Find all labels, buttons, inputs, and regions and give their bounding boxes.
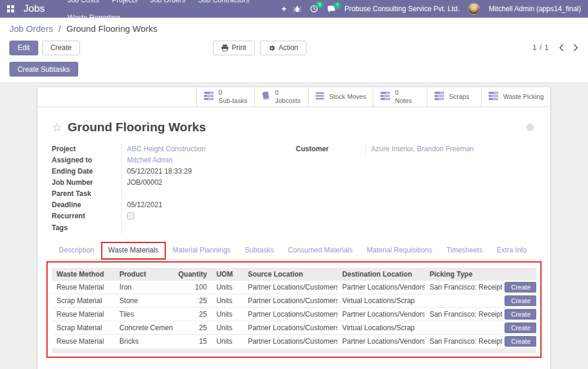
user-avatar[interactable] (468, 3, 480, 15)
nav-item-sub-contractors[interactable]: Sub Contractors (192, 0, 256, 9)
cell-source: Partner Locations/Customers (243, 308, 338, 321)
annotation-box-table: Waste MethodProductQuantityUOMSource Loc… (46, 261, 542, 358)
breadcrumb-current: Ground Flooring Works (66, 24, 158, 34)
record-title: Ground Flooring Works (68, 120, 206, 134)
cell-picking-type: San Francisco: Receipts (425, 335, 502, 348)
field-value-customer[interactable]: Azure Interior, Brandon Freeman (365, 144, 536, 155)
cell-source: Partner Locations/Customers (243, 321, 338, 335)
bars-icon (203, 91, 214, 102)
cell-destination: Partner Locations/Vendors (338, 335, 425, 348)
field-value-assigned-to[interactable]: Mitchell Admin (121, 155, 294, 166)
debug-bug-icon[interactable] (293, 5, 301, 13)
column-header-waste-method[interactable]: Waste Method (52, 268, 115, 281)
table-row[interactable]: Scrap MaterialConcrete Cement25UnitsPart… (52, 321, 536, 335)
field-row-assigned-to: Assigned toMitchell Admin (52, 155, 294, 166)
field-value-tags (121, 222, 294, 234)
nav-item-job-costs[interactable]: Job Costs (61, 0, 105, 9)
cell-source: Partner Locations/Customers (243, 281, 338, 294)
pager-next-button[interactable] (573, 44, 579, 51)
pager: 1 / 1 (533, 44, 579, 52)
messages-chat-icon[interactable]: 7 (327, 5, 336, 13)
tab-extra-info[interactable]: Extra Info (490, 242, 534, 260)
pager-previous-button[interactable] (559, 44, 564, 51)
tab-material-plannings[interactable]: Material Plannings (166, 242, 238, 260)
cell-action: Create (502, 321, 536, 335)
tab-waste-materials[interactable]: Waste Materials (101, 242, 166, 260)
plus-menu-button[interactable]: + (275, 4, 293, 14)
row-create-button[interactable]: Create (505, 295, 536, 306)
row-create-button[interactable]: Create (505, 282, 536, 292)
apps-menu-icon[interactable] (7, 5, 14, 12)
table-row[interactable]: Reuse MaterialBricks15UnitsPartner Locat… (52, 335, 536, 348)
cell-destination: Virtual Locations/Scrap (338, 294, 425, 308)
stat-button-jobcosts[interactable]: 0Jobcosts (254, 87, 308, 107)
nav-item-projects[interactable]: Projects (105, 0, 143, 9)
breadcrumb-parent-link[interactable]: Job Orders (9, 24, 53, 34)
stat-button-stock-moves[interactable]: Stock Moves (308, 87, 373, 107)
stat-button-waste-picking[interactable]: Waste Picking (481, 87, 550, 107)
field-label: Job Number (52, 177, 121, 188)
field-label: Tags (52, 222, 121, 234)
cell-uom: Units (212, 294, 243, 308)
notebook-tabs: DescriptionWaste MaterialsMaterial Plann… (52, 242, 536, 260)
column-header-picking-type[interactable]: Picking Type (425, 268, 502, 281)
cell-quantity: 25 (173, 321, 212, 335)
action-button-label: Action (279, 44, 298, 52)
bars-icon (434, 91, 445, 102)
recurrent-checkbox (127, 212, 134, 220)
company-name[interactable]: Probuse Consulting Service Pvt. Ltd. (345, 5, 459, 13)
app-brand[interactable]: Jobs (24, 3, 45, 15)
table-row[interactable]: Reuse MaterialIron100UnitsPartner Locati… (52, 281, 536, 294)
stat-button-sub-tasks[interactable]: 0Sub-tasks (196, 87, 254, 107)
stat-label: Sub-tasks (219, 97, 248, 105)
field-label: Deadline (52, 200, 121, 211)
cell-waste-method: Scrap Material (52, 294, 115, 308)
row-create-button[interactable]: Create (505, 323, 536, 333)
stat-count: 0 (395, 89, 412, 97)
tab-consumed-materials[interactable]: Consumed Materials (281, 242, 360, 260)
nav-item-job-orders[interactable]: Job Orders (144, 0, 192, 9)
cell-product: Bricks (115, 335, 173, 348)
printer-icon (221, 44, 229, 52)
stat-label: Notes (395, 97, 412, 105)
column-header-destination-location[interactable]: Destination Location (338, 268, 425, 281)
stat-button-scraps[interactable]: Scraps (427, 87, 481, 107)
column-header-source-location[interactable]: Source Location (243, 268, 338, 281)
cell-product: Iron (115, 281, 173, 294)
row-create-button[interactable]: Create (505, 309, 536, 320)
field-label: Ending Date (52, 166, 121, 177)
column-header-product[interactable]: Product (115, 268, 173, 281)
create-button[interactable]: Create (42, 41, 80, 55)
table-row[interactable]: Scrap MaterialStone25UnitsPartner Locati… (52, 294, 536, 308)
column-header-empty (502, 268, 536, 281)
cell-action: Create (502, 294, 536, 308)
bars-icon (488, 91, 499, 102)
stat-button-notes[interactable]: 0Notes (373, 87, 427, 107)
favorite-star-icon[interactable]: ☆ (52, 121, 62, 133)
field-group-right: CustomerAzure Interior, Brandon Freeman (294, 144, 536, 155)
tab-timesheets[interactable]: Timesheets (439, 242, 490, 260)
field-row-parent-task: Parent Task (52, 188, 294, 200)
row-create-button[interactable]: Create (505, 336, 536, 347)
activities-clock-icon[interactable]: 5 (310, 5, 318, 13)
cell-source: Partner Locations/Customers (243, 335, 338, 348)
tab-material-requisitions[interactable]: Material Requisitions (360, 242, 439, 260)
edit-button[interactable]: Edit (9, 41, 38, 55)
column-header-quantity[interactable]: Quantity (173, 268, 212, 281)
user-menu[interactable]: Mitchell Admin (apps14_final) (489, 5, 581, 13)
tab-description[interactable]: Description (52, 242, 101, 260)
cell-destination: Virtual Locations/Scrap (338, 321, 425, 335)
menu-icon (315, 92, 325, 102)
table-row[interactable]: Reuse MaterialTiles25UnitsPartner Locati… (52, 308, 536, 321)
cell-waste-method: Scrap Material (52, 321, 115, 335)
field-value-project[interactable]: ABC Height Construction (121, 144, 294, 155)
cell-uom: Units (212, 335, 243, 348)
create-subtasks-button[interactable]: Create Subtasks (9, 62, 78, 77)
column-header-uom[interactable]: UOM (212, 268, 243, 281)
action-button[interactable]: Action (260, 41, 306, 55)
tab-subtasks[interactable]: Subtasks (238, 242, 280, 260)
print-button[interactable]: Print (213, 41, 255, 55)
cell-product: Tiles (115, 308, 173, 321)
print-button-label: Print (232, 44, 246, 52)
kanban-state-dot[interactable] (526, 124, 534, 131)
